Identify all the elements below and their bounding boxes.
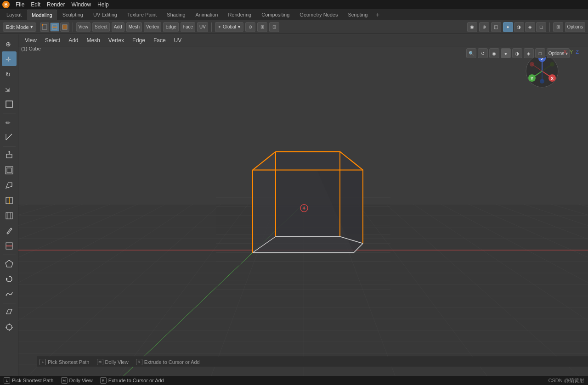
tab-texture-paint[interactable]: Texture Paint	[123, 10, 161, 20]
top-menu-bar: B File Edit Render Window Help	[0, 0, 588, 9]
poly-build-tool[interactable]	[2, 257, 17, 271]
auto-merge-btn[interactable]: ⊡	[269, 22, 279, 32]
tool-sep-1	[3, 113, 16, 113]
viewport-solid-btn[interactable]: ●	[501, 48, 511, 58]
viewport-wireframe-btn[interactable]: □	[535, 48, 545, 58]
snap-global-dropdown[interactable]: ⌖ Global ▾	[215, 22, 243, 32]
extrude-tool[interactable]	[2, 148, 17, 162]
status-mouse-left: L	[4, 377, 10, 384]
measure-tool[interactable]	[2, 130, 17, 145]
status-label-2: Dolly View	[69, 378, 93, 383]
status-label-3: Extrude to Cursor or Add	[108, 378, 164, 383]
tab-modeling[interactable]: Modeling	[27, 10, 57, 20]
scale-tool[interactable]: ⇲	[2, 82, 17, 96]
x-ray-btn[interactable]: ◫	[491, 22, 501, 32]
edge-mode-btn[interactable]	[50, 22, 59, 32]
knife-tool[interactable]	[2, 223, 17, 238]
nav-gizmo-container[interactable]: Z X Y	[524, 53, 560, 91]
tab-rendering[interactable]: Rendering	[223, 10, 256, 20]
vp-menu-uv[interactable]: UV	[197, 22, 208, 32]
offset-edge-tool[interactable]	[2, 208, 17, 223]
vertex-mode-btn[interactable]	[40, 22, 49, 32]
vp-menu-vertex[interactable]: Vertex	[144, 22, 161, 32]
vp-face-menu[interactable]: Face	[150, 36, 170, 45]
move-tool[interactable]: ✛	[2, 51, 17, 66]
vp-view-menu[interactable]: View	[21, 36, 40, 45]
face-mode-btn[interactable]	[60, 22, 69, 32]
status-pick-shortest: L Pick Shortest Path	[4, 377, 54, 384]
viewport-lock-btn[interactable]: 🔍	[466, 48, 476, 58]
mode-selector[interactable]: Edit Mode ▾	[3, 22, 36, 32]
tab-scripting[interactable]: Scripting	[343, 10, 372, 20]
svg-text:✏: ✏	[6, 119, 11, 126]
vp-menu-face[interactable]: Face	[181, 22, 195, 32]
vp-menu-add[interactable]: Add	[112, 22, 124, 32]
viewport-render-btn[interactable]: ◈	[524, 48, 534, 58]
proportional-edit-btn[interactable]: ⊙	[245, 22, 255, 32]
vp-vertex-menu[interactable]: Vertex	[105, 36, 128, 45]
tab-layout[interactable]: Layout	[2, 10, 26, 20]
menu-window[interactable]: Window	[68, 0, 94, 9]
vp-uv-menu[interactable]: UV	[170, 36, 186, 45]
cube-mesh	[216, 124, 390, 300]
wireframe-btn[interactable]: ◻	[536, 22, 546, 32]
vp-menu-view[interactable]: View	[76, 22, 91, 32]
tab-sculpting[interactable]: Sculpting	[58, 10, 88, 20]
smooth-tool[interactable]	[2, 287, 17, 301]
vp-edge-menu[interactable]: Edge	[129, 36, 149, 45]
overlay-btn[interactable]: ⊕	[479, 22, 489, 32]
add-workspace-button[interactable]: +	[373, 10, 382, 19]
vp-select-menu[interactable]: Select	[41, 36, 64, 45]
svg-rect-22	[6, 212, 12, 219]
annotate-tool[interactable]: ✏	[2, 115, 17, 129]
tab-uv-editing[interactable]: UV Editing	[89, 10, 122, 20]
axis-labels: X Y Z	[564, 49, 579, 55]
tab-compositing[interactable]: Compositing	[257, 10, 294, 20]
loop-cut-tool[interactable]	[2, 193, 17, 208]
status-label-1: Pick Shortest Path	[12, 378, 54, 383]
menu-render[interactable]: Render	[44, 0, 68, 9]
material-preview-btn[interactable]: ◑	[514, 22, 524, 32]
cursor-tool[interactable]: ⊕	[2, 36, 17, 51]
status-watermark: CSDN @菊黄射	[548, 377, 584, 384]
bevel-tool[interactable]	[2, 178, 17, 193]
solid-shading-btn[interactable]: ●	[503, 22, 513, 32]
tab-shading[interactable]: Shading	[162, 10, 190, 20]
vp-menu-mesh[interactable]: Mesh	[126, 22, 142, 32]
viewport-transform-btn[interactable]: ↺	[478, 48, 488, 58]
rotate-tool[interactable]: ↻	[2, 67, 17, 81]
rendered-btn[interactable]: ◈	[525, 22, 535, 32]
snap-icon: ⌖	[218, 24, 221, 30]
snap-btn[interactable]: ⊞	[257, 22, 267, 32]
svg-marker-80	[340, 151, 363, 243]
shear-tool[interactable]	[2, 305, 17, 319]
toolbar-sep-1	[73, 22, 73, 32]
vp-menu-select[interactable]: Select	[92, 22, 110, 32]
viewport-material-btn[interactable]: ◑	[512, 48, 522, 58]
toolbar-sep-3	[549, 22, 550, 32]
shrink-fatten-tool[interactable]	[2, 320, 17, 335]
vp-mesh-menu[interactable]: Mesh	[83, 36, 104, 45]
svg-point-49	[540, 79, 544, 84]
viewport-3d[interactable]: View Select Add Mesh Vertex Edge Face UV…	[18, 34, 588, 376]
viewport-shading-btn[interactable]: ◉	[467, 22, 477, 32]
menu-file[interactable]: File	[13, 0, 27, 9]
tab-geometry-nodes[interactable]: Geometry Nodes	[295, 10, 342, 20]
orientation-gizmo[interactable]: Z X Y	[524, 53, 560, 89]
svg-rect-15	[6, 154, 12, 158]
snap-chevron: ▾	[238, 24, 240, 29]
inset-tool[interactable]	[2, 163, 17, 178]
bisect-tool[interactable]	[2, 239, 17, 253]
vp-add-menu[interactable]: Add	[65, 36, 82, 45]
transform-tool[interactable]	[2, 97, 17, 112]
menu-edit[interactable]: Edit	[28, 0, 43, 9]
vp-menu-edge[interactable]: Edge	[163, 22, 178, 32]
gizmos-btn[interactable]: ⊞	[553, 22, 563, 32]
status-extrude: R Extrude to Cursor or Add	[100, 377, 164, 384]
tab-animation[interactable]: Animation	[191, 10, 223, 20]
options-btn[interactable]: Options	[565, 22, 585, 32]
viewport-shading-toggle[interactable]: ◉	[489, 48, 499, 58]
toolbar-sep-2	[211, 22, 212, 32]
spin-tool[interactable]	[2, 272, 17, 286]
menu-help[interactable]: Help	[95, 0, 112, 9]
